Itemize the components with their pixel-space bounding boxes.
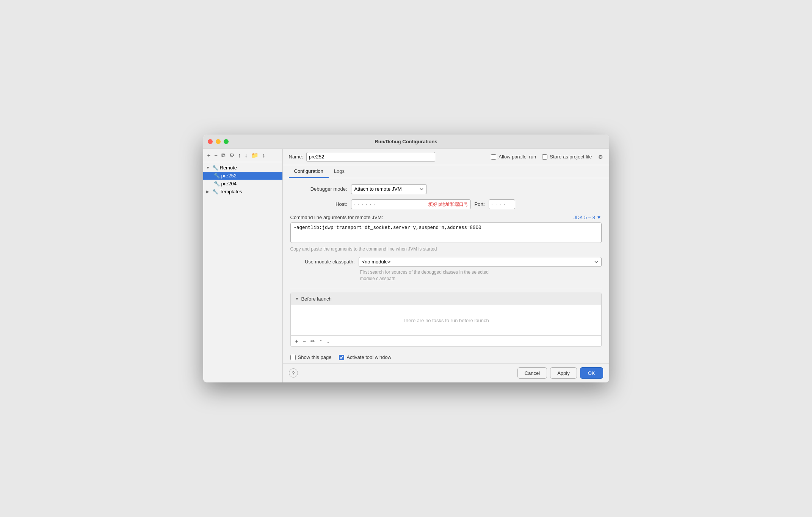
before-launch-move-down-button[interactable]: ↓ <box>325 337 331 345</box>
before-launch-edit-button[interactable]: ✏ <box>309 337 317 345</box>
pre252-config-icon: 🔧 <box>214 173 220 179</box>
debugger-mode-select[interactable]: Attach to remote JVM <box>351 184 427 194</box>
right-panel: Name: Allow parallel run Store as projec… <box>283 149 609 383</box>
sidebar: + − ⧉ ⚙ ↑ ↓ 📁 ↕ ▼ 🔧 Remote 🔧 pre <box>203 149 283 383</box>
bottom-bar: ? Cancel Apply OK <box>283 363 609 382</box>
action-buttons: Cancel Apply OK <box>517 367 603 379</box>
host-port-row: Host: 填好ip地址和端口号 Port: <box>290 199 602 209</box>
before-launch-header[interactable]: ▼ Before launch <box>291 293 601 305</box>
pre204-label: pre204 <box>221 181 237 186</box>
activate-tool-window-checkbox[interactable] <box>339 355 344 360</box>
before-launch-add-button[interactable]: + <box>294 337 300 345</box>
main-content: + − ⧉ ⚙ ↑ ↓ 📁 ↕ ▼ 🔧 Remote 🔧 pre <box>203 149 609 383</box>
add-config-button[interactable]: + <box>206 151 212 159</box>
activate-tool-window-label: Activate tool window <box>346 354 391 360</box>
module-classpath-row: Use module classpath: <no module> <box>290 257 602 267</box>
sidebar-item-templates[interactable]: ▶ 🔧 Templates <box>203 188 282 196</box>
cmd-header: Command line arguments for remote JVM: J… <box>290 215 602 220</box>
store-as-project-file-option[interactable]: Store as project file <box>542 154 592 160</box>
main-window: Run/Debug Configurations + − ⧉ ⚙ ↑ ↓ 📁 ↕… <box>203 135 609 383</box>
port-label: Port: <box>475 201 485 207</box>
show-page-label: Show this page <box>298 354 332 360</box>
cmd-section: Command line arguments for remote JVM: J… <box>290 215 602 252</box>
tabs-bar: Configuration Logs <box>283 165 609 178</box>
titlebar: Run/Debug Configurations <box>203 135 609 149</box>
sidebar-item-pre204[interactable]: 🔧 pre204 <box>203 180 282 188</box>
cmd-label: Command line arguments for remote JVM: <box>290 215 383 220</box>
allow-parallel-run-checkbox[interactable] <box>491 154 496 160</box>
pre252-label: pre252 <box>221 173 237 179</box>
project-file-gear-icon[interactable]: ⚙ <box>598 154 603 160</box>
before-launch-title: Before launch <box>301 296 331 302</box>
sidebar-tree: ▼ 🔧 Remote 🔧 pre252 🔧 pre204 ▶ 🔧 <box>203 162 282 383</box>
ok-button[interactable]: OK <box>580 367 603 379</box>
before-launch-section: ▼ Before launch There are no tasks to ru… <box>290 293 602 347</box>
allow-parallel-run-option[interactable]: Allow parallel run <box>491 154 536 160</box>
module-classpath-label: Use module classpath: <box>290 259 355 265</box>
cancel-button[interactable]: Cancel <box>517 367 547 379</box>
close-button[interactable] <box>208 139 213 144</box>
settings-config-button[interactable]: ⚙ <box>228 151 235 160</box>
move-up-button[interactable]: ↑ <box>237 151 242 159</box>
store-as-project-file-checkbox[interactable] <box>542 154 547 160</box>
section-divider <box>290 288 602 288</box>
before-launch-arrow-icon: ▼ <box>295 297 299 301</box>
show-page-option[interactable]: Show this page <box>290 354 332 360</box>
templates-label: Templates <box>220 189 242 194</box>
templates-arrow-icon: ▶ <box>206 190 211 194</box>
sidebar-item-remote-group[interactable]: ▼ 🔧 Remote <box>203 164 282 172</box>
help-button[interactable]: ? <box>289 368 298 378</box>
copy-config-button[interactable]: ⧉ <box>220 151 227 160</box>
sidebar-toolbar: + − ⧉ ⚙ ↑ ↓ 📁 ↕ <box>203 149 282 162</box>
tab-logs[interactable]: Logs <box>329 165 350 178</box>
before-launch-remove-button[interactable]: − <box>301 337 307 345</box>
module-classpath-select[interactable]: <no module> <box>359 257 602 267</box>
config-panel: Debugger mode: Attach to remote JVM Host… <box>283 178 609 288</box>
activate-tool-window-option[interactable]: Activate tool window <box>339 354 391 360</box>
host-label: Host: <box>290 201 347 207</box>
cmd-hint: Copy and paste the arguments to the comm… <box>290 246 602 252</box>
remote-arrow-icon: ▼ <box>206 166 211 170</box>
debugger-mode-row: Debugger mode: Attach to remote JVM <box>290 184 602 194</box>
sort-button[interactable]: ↕ <box>261 151 266 159</box>
host-input-container: 填好ip地址和端口号 <box>351 199 471 209</box>
apply-button[interactable]: Apply <box>550 367 577 379</box>
name-options: Allow parallel run Store as project file… <box>491 154 603 160</box>
before-launch-toolbar: + − ✏ ↑ ↓ <box>291 335 601 346</box>
debugger-mode-select-container: Attach to remote JVM <box>351 184 427 194</box>
remote-group-label: Remote <box>220 165 237 171</box>
allow-parallel-run-label: Allow parallel run <box>498 154 536 160</box>
jdk-link[interactable]: JDK 5 – 8 ▼ <box>574 215 602 220</box>
move-down-button[interactable]: ↓ <box>244 151 249 159</box>
show-page-checkbox[interactable] <box>290 355 296 360</box>
maximize-button[interactable] <box>224 139 229 144</box>
window-title: Run/Debug Configurations <box>375 139 437 144</box>
folder-button[interactable]: 📁 <box>250 151 260 160</box>
port-input[interactable] <box>489 199 515 209</box>
sidebar-item-pre252[interactable]: 🔧 pre252 <box>203 172 282 180</box>
before-launch-body: There are no tasks to run before launch <box>291 305 601 335</box>
before-launch-move-up-button[interactable]: ↑ <box>318 337 324 345</box>
name-input[interactable] <box>306 152 435 162</box>
templates-icon: 🔧 <box>212 189 218 194</box>
minimize-button[interactable] <box>216 139 221 144</box>
tab-configuration[interactable]: Configuration <box>289 165 329 178</box>
store-as-project-file-label: Store as project file <box>550 154 592 160</box>
remote-folder-icon: 🔧 <box>212 165 218 171</box>
before-launch-empty-message: There are no tasks to run before launch <box>403 318 489 323</box>
name-label: Name: <box>289 154 303 160</box>
name-bar: Name: Allow parallel run Store as projec… <box>283 149 609 165</box>
footer-checks: Show this page Activate tool window <box>283 351 609 363</box>
remove-config-button[interactable]: − <box>213 151 219 159</box>
pre204-config-icon: 🔧 <box>214 181 220 186</box>
titlebar-buttons <box>208 139 229 144</box>
module-hint: First search for sources of the debugged… <box>290 269 602 282</box>
debugger-mode-label: Debugger mode: <box>290 186 347 192</box>
host-input[interactable] <box>351 199 471 209</box>
cmd-textarea[interactable]: -agentlib:jdwp=transport=dt_socket,serve… <box>290 222 602 243</box>
